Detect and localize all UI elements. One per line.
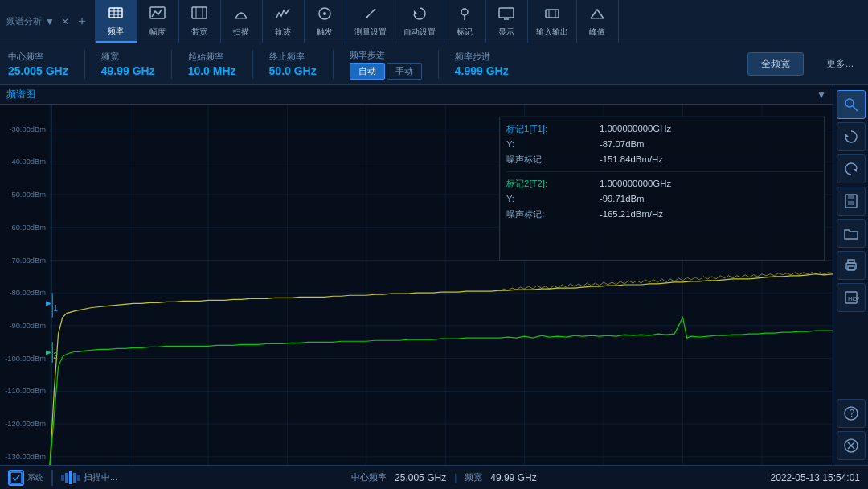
svg-text:-130.00dBm: -130.00dBm [5, 453, 46, 461]
toolbar-icon-peak [588, 5, 606, 25]
spectrum-chevron-icon[interactable]: ▼ [817, 89, 826, 101]
svg-text:?: ? [849, 408, 854, 419]
fullband-button[interactable]: 全频宽 [747, 52, 804, 76]
status-center-value: 25.005 GHz [395, 472, 446, 483]
svg-text:标记1[T1]:: 标记1[T1]: [506, 124, 547, 134]
stop-freq-control: 终止频率 50.0 GHz [269, 51, 317, 77]
svg-rect-82 [848, 195, 854, 199]
help-btn[interactable]: ? [837, 399, 866, 428]
svg-text:Y:: Y: [506, 139, 514, 149]
toolbar-btn-sweep[interactable]: 扫描 [221, 0, 263, 43]
svg-text:噪声标记:: 噪声标记: [506, 154, 545, 164]
svg-text:-151.84dBm/Hz: -151.84dBm/Hz [600, 154, 663, 164]
toolbar-label-marker: 标记 [457, 27, 473, 38]
spectrum-panel: 频谱图 ▼ [0, 85, 833, 465]
svg-rect-86 [848, 260, 854, 263]
toolbar-left: 频谱分析 ▼ ✕ ＋ [0, 0, 96, 43]
divider-3 [252, 50, 253, 79]
center-freq-value[interactable]: 25.005 GHz [8, 64, 68, 77]
toolbar-icon-freq [107, 4, 125, 24]
svg-text:-60.00dBm: -60.00dBm [9, 224, 46, 232]
save-btn[interactable] [837, 187, 866, 216]
zoom-btn[interactable] [837, 90, 866, 119]
divider-4 [333, 50, 334, 79]
svg-marker-79 [845, 134, 849, 137]
refresh-icon-2[interactable] [837, 154, 866, 183]
toolbar-icon-amplitude [149, 5, 166, 25]
svg-rect-99 [73, 473, 76, 483]
svg-rect-0 [109, 8, 122, 18]
svg-text:-120.00dBm: -120.00dBm [5, 420, 46, 428]
stop-freq-label: 终止频率 [269, 51, 305, 63]
svg-text:-70.00dBm: -70.00dBm [9, 257, 46, 265]
toolbar-icon-measure [362, 5, 379, 25]
start-freq-value[interactable]: 10.0 MHz [188, 64, 236, 77]
toolbar-btn-trace[interactable]: 轨迹 [263, 0, 305, 43]
toolbar-btn-auto[interactable]: 自动设置 [395, 0, 444, 43]
status-bar: 系统 扫描中... 中心频率 25.005 GHz | 频宽 49.99 GHz… [0, 465, 868, 489]
more-button[interactable]: 更多... [820, 53, 860, 75]
svg-rect-97 [65, 473, 68, 483]
toolbar-icon-io [543, 5, 561, 25]
svg-marker-12 [414, 10, 417, 14]
status-bw-value: 49.99 GHz [490, 472, 536, 483]
svg-text:-165.21dBm/Hz: -165.21dBm/Hz [600, 210, 663, 220]
status-divider-1 [51, 470, 53, 486]
toolbar-btn-peak[interactable]: 峰值 [577, 0, 619, 43]
stop-freq-value[interactable]: 50.0 GHz [269, 64, 317, 77]
svg-text:噪声标记:: 噪声标记: [506, 210, 545, 220]
dropdown-arrow[interactable]: ▼ [45, 16, 55, 27]
toolbar-label-bandwidth: 带宽 [191, 27, 207, 38]
step-manual-btn[interactable]: 手动 [387, 63, 422, 80]
svg-marker-80 [854, 169, 857, 172]
step-auto-btn[interactable]: 自动 [350, 63, 385, 80]
status-datetime: 2022-05-13 15:54:01 [771, 472, 860, 483]
toolbar-label-amplitude: 幅度 [149, 27, 166, 38]
close-settings-btn[interactable] [837, 431, 866, 460]
step-value-control: 频率步进 4.999 GHz [455, 51, 509, 77]
bandwidth-value[interactable]: 49.99 GHz [101, 64, 155, 77]
svg-line-78 [853, 106, 858, 111]
folder-btn[interactable] [837, 219, 866, 248]
spectrum-header: 频谱图 ▼ [0, 85, 833, 105]
toolbar-btn-marker[interactable]: 标记 [444, 0, 486, 43]
scan-label: 扫描中... [84, 471, 117, 483]
toolbar-label-trigger: 触发 [317, 27, 333, 38]
divider-5 [438, 50, 439, 79]
svg-rect-18 [546, 10, 559, 18]
svg-text:1.000000000GHz: 1.000000000GHz [600, 179, 672, 188]
toolbar-label-display: 显示 [498, 27, 514, 38]
right-sidebar: HDR ? [833, 85, 868, 465]
status-center-label: 中心频率 [351, 471, 387, 483]
toolbar-btn-io[interactable]: 输入输出 [528, 0, 577, 43]
toolbar-icon-trace [274, 5, 292, 25]
step-value[interactable]: 4.999 GHz [455, 64, 509, 77]
toolbar-btn-measure[interactable]: 测量设置 [346, 0, 395, 43]
svg-text:-50.00dBm: -50.00dBm [9, 191, 46, 199]
toolbar-btn-display[interactable]: 显示 [486, 0, 528, 43]
record-btn[interactable]: HDR [837, 283, 866, 312]
start-freq-label: 起始频率 [188, 51, 223, 63]
add-icon[interactable]: ＋ [76, 13, 88, 30]
toolbar-label-freq: 频率 [108, 26, 124, 37]
svg-rect-96 [61, 475, 64, 481]
svg-text:-87.07dBm: -87.07dBm [600, 139, 645, 149]
scan-progress-icon [61, 471, 80, 484]
svg-text:-100.00dBm: -100.00dBm [5, 355, 46, 363]
print-btn[interactable] [837, 251, 866, 280]
center-freq-control: 中心频率 25.005 GHz [8, 51, 68, 77]
svg-text:HDR: HDR [848, 295, 859, 302]
step-mode-control: 频率步进 自动 手动 [350, 49, 422, 80]
close-icon[interactable]: ✕ [61, 16, 69, 27]
svg-text:-90.00dBm: -90.00dBm [9, 322, 46, 330]
toolbar-btn-trigger[interactable]: 触发 [305, 0, 346, 43]
bandwidth-label: 频宽 [101, 51, 119, 63]
spectrum-analysis-label: 频谱分析 [6, 15, 42, 27]
status-sep-1: | [454, 472, 457, 483]
toolbar-btn-bandwidth[interactable]: 带宽 [179, 0, 221, 43]
refresh-icon-1[interactable] [837, 122, 866, 151]
status-bw-label: 频宽 [465, 471, 482, 483]
toolbar-btn-amplitude[interactable]: 幅度 [137, 0, 179, 43]
toolbar-btn-freq[interactable]: 频率 [96, 0, 137, 43]
svg-rect-6 [192, 7, 207, 18]
